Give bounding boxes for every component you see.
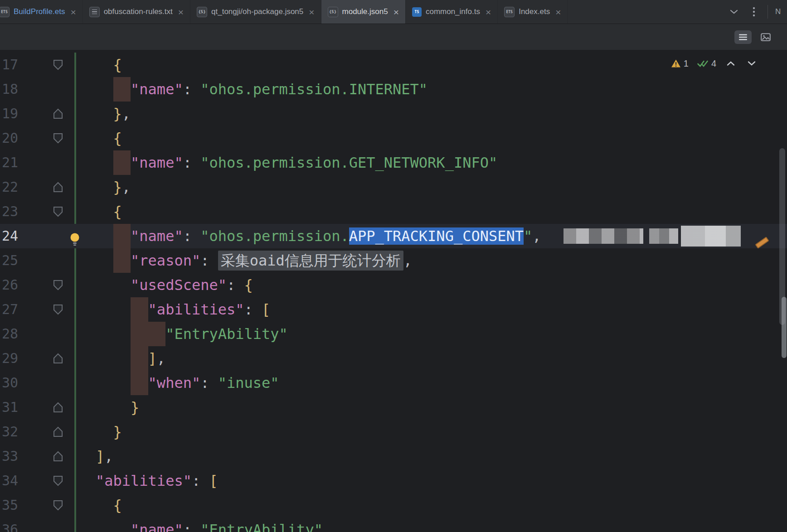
code-line-35[interactable]: 35 { bbox=[0, 493, 787, 517]
intention-bulb-icon[interactable] bbox=[69, 229, 81, 254]
code-text: }, bbox=[96, 102, 787, 126]
code-line-24[interactable]: 24 "name": "ohos.permission.APP_TRACKING… bbox=[0, 224, 787, 248]
code-line-19[interactable]: 19 }, bbox=[0, 102, 787, 126]
token-brace: ] bbox=[96, 448, 104, 465]
token-punct: : bbox=[200, 252, 218, 269]
code-text: ], bbox=[96, 444, 787, 469]
double-check-icon bbox=[697, 59, 709, 68]
token-key: "when" bbox=[148, 374, 201, 392]
censored-region bbox=[649, 228, 678, 244]
txt-file-icon bbox=[89, 7, 100, 17]
code-line-28[interactable]: 28 "EntryAbility" bbox=[0, 322, 787, 346]
tab-buildprofile-ets[interactable]: ETSBuildProfile.ets× bbox=[0, 0, 83, 24]
code-line-31[interactable]: 31 } bbox=[0, 395, 787, 420]
token-key: "abilities" bbox=[96, 472, 192, 489]
fold-up-icon[interactable] bbox=[48, 175, 68, 199]
token-punct: , bbox=[122, 105, 131, 122]
line-number: 33 bbox=[0, 444, 32, 469]
fold-down-icon[interactable] bbox=[48, 493, 68, 517]
code-text: { bbox=[96, 493, 787, 517]
json5-file-icon: {5} bbox=[197, 7, 207, 17]
chevron-down-icon[interactable] bbox=[728, 5, 740, 18]
censored-region bbox=[564, 228, 643, 244]
line-number: 27 bbox=[0, 297, 32, 322]
close-icon[interactable]: × bbox=[555, 7, 561, 17]
warning-count: 1 bbox=[684, 58, 689, 69]
fold-down-icon[interactable] bbox=[48, 273, 68, 297]
ts-file-icon: TS bbox=[412, 7, 422, 17]
token-punct: : bbox=[183, 81, 201, 98]
code-line-18[interactable]: 18 "name": "ohos.permission.INTERNET" bbox=[0, 77, 787, 102]
code-line-29[interactable]: 29 ], bbox=[0, 346, 787, 371]
tab-label: Index.ets bbox=[519, 0, 550, 24]
prev-problem-chevron-up-icon[interactable] bbox=[724, 57, 737, 70]
line-number: 25 bbox=[0, 248, 32, 273]
scrollbar-thumb-bright[interactable] bbox=[782, 297, 787, 358]
warnings-indicator[interactable]: 1 bbox=[671, 58, 689, 69]
editor-tab-bar: ETSBuildProfile.ets×obfuscation-rules.tx… bbox=[0, 0, 787, 24]
token-brace: [ bbox=[209, 472, 218, 489]
token-punct: : bbox=[200, 374, 218, 392]
list-view-toggle[interactable] bbox=[734, 30, 752, 44]
code-line-26[interactable]: 26 "usedScene": { bbox=[0, 273, 787, 297]
close-icon[interactable]: × bbox=[178, 7, 184, 17]
token-key: "abilities" bbox=[148, 301, 244, 318]
fold-up-icon[interactable] bbox=[48, 420, 68, 444]
code-line-20[interactable]: 20 { bbox=[0, 126, 787, 150]
code-line-21[interactable]: 21 "name": "ohos.permission.GET_NETWORK_… bbox=[0, 150, 787, 175]
code-text: { bbox=[96, 126, 787, 150]
token-brace: { bbox=[113, 203, 122, 220]
tab-label: BuildProfile.ets bbox=[14, 0, 65, 24]
fold-up-icon[interactable] bbox=[48, 444, 68, 469]
code-text: "EntryAbility" bbox=[96, 322, 787, 346]
tab-qt-tongji-oh-package-json5[interactable]: {5}qt_tongji/oh-package.json5× bbox=[190, 0, 321, 24]
code-line-23[interactable]: 23 { bbox=[0, 199, 787, 224]
code-line-27[interactable]: 27 "abilities": [ bbox=[0, 297, 787, 322]
token-punct: , bbox=[532, 227, 541, 245]
more-options-kebab-icon[interactable] bbox=[748, 5, 760, 18]
code-line-25[interactable]: 25 "reason": 采集oaid信息用于统计分析, bbox=[0, 248, 787, 273]
code-text: "usedScene": { bbox=[96, 273, 787, 297]
code-editor: 17 {18 "name": "ohos.permission.INTERNET… bbox=[0, 50, 787, 532]
tab-index-ets[interactable]: ETSIndex.ets× bbox=[498, 0, 568, 24]
tab-obfuscation-rules-txt[interactable]: obfuscation-rules.txt× bbox=[83, 0, 190, 24]
token-string: "inuse" bbox=[218, 374, 279, 392]
fold-down-icon[interactable] bbox=[48, 469, 68, 493]
code-text: "abilities": [ bbox=[96, 297, 787, 322]
tab-module-json5[interactable]: {5}module.json5× bbox=[321, 0, 406, 24]
fold-up-icon[interactable] bbox=[48, 102, 68, 126]
fold-up-icon[interactable] bbox=[48, 346, 68, 371]
token-punct: , bbox=[403, 252, 412, 269]
code-line-22[interactable]: 22 }, bbox=[0, 175, 787, 199]
fold-down-icon[interactable] bbox=[48, 126, 68, 150]
code-line-17[interactable]: 17 { bbox=[0, 53, 787, 77]
code-line-34[interactable]: 34"abilities": [ bbox=[0, 469, 787, 493]
token-string: "EntryAbility" bbox=[165, 325, 288, 343]
tab-list: ETSBuildProfile.ets×obfuscation-rules.tx… bbox=[0, 0, 568, 24]
close-icon[interactable]: × bbox=[394, 7, 399, 17]
code-lines: 17 {18 "name": "ohos.permission.INTERNET… bbox=[0, 50, 787, 532]
tab-common-info-ts[interactable]: TScommon_info.ts× bbox=[406, 0, 498, 24]
passed-indicator[interactable]: 4 bbox=[697, 58, 716, 69]
fold-up-icon[interactable] bbox=[48, 395, 68, 420]
code-line-33[interactable]: 33], bbox=[0, 444, 787, 469]
selected-text: APP_TRACKING_CONSENT bbox=[349, 227, 524, 245]
code-line-32[interactable]: 32 } bbox=[0, 420, 787, 444]
token-punct: , bbox=[104, 448, 113, 465]
close-icon[interactable]: × bbox=[309, 7, 314, 17]
token-brace: } bbox=[113, 179, 122, 196]
code-text: } bbox=[96, 395, 787, 420]
next-problem-chevron-down-icon[interactable] bbox=[745, 57, 758, 70]
code-line-36[interactable]: 36 "name": "EntryAbility", bbox=[0, 517, 787, 532]
editor-toolbar bbox=[0, 24, 787, 50]
clipped-right-label: N bbox=[775, 7, 782, 16]
close-icon[interactable]: × bbox=[70, 7, 76, 17]
image-view-toggle[interactable] bbox=[757, 30, 774, 44]
close-icon[interactable]: × bbox=[486, 7, 491, 17]
fold-down-icon[interactable] bbox=[48, 53, 68, 77]
fold-down-icon[interactable] bbox=[48, 297, 68, 322]
ets-file-icon: ETS bbox=[504, 7, 515, 17]
token-brace: { bbox=[244, 276, 253, 294]
fold-down-icon[interactable] bbox=[48, 199, 68, 224]
code-line-30[interactable]: 30 "when": "inuse" bbox=[0, 371, 787, 395]
